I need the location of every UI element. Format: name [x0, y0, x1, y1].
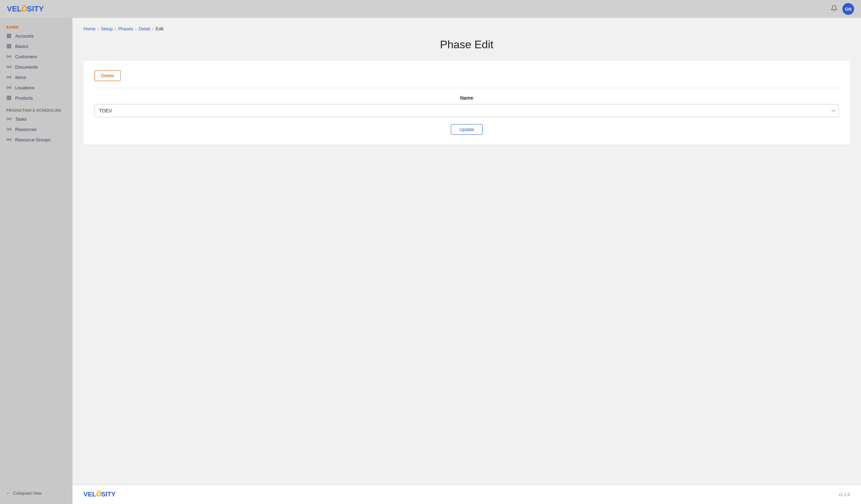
breadcrumb-sep-3: › — [135, 27, 137, 31]
documents-label: Documents — [15, 64, 38, 70]
name-input-wrapper: ⇔ — [95, 104, 839, 117]
products-icon — [6, 95, 12, 101]
admin-section-label: ADMIN — [0, 22, 72, 31]
sidebar-item-documents[interactable]: Documents — [0, 62, 72, 72]
form-card: Delete Name ⇔ Update — [83, 61, 850, 144]
form-divider — [95, 88, 839, 88]
svg-rect-8 — [9, 44, 11, 46]
footer: VEL O SITY v1.1.0 — [72, 485, 861, 504]
locations-label: Locations — [15, 85, 34, 90]
svg-rect-15 — [7, 96, 9, 98]
svg-rect-3 — [7, 34, 9, 36]
svg-point-14 — [8, 87, 10, 88]
svg-point-20 — [8, 129, 10, 130]
name-input[interactable] — [95, 104, 839, 117]
resource-groups-icon — [6, 137, 12, 142]
svg-point-13 — [8, 77, 10, 78]
prod-section-label: PRODUCTION & SCHEDULING — [0, 103, 72, 114]
basics-label: Basics — [15, 44, 28, 49]
svg-rect-7 — [7, 44, 9, 46]
main-layout: ADMIN Accounts Basics Customers — [0, 18, 861, 504]
breadcrumb-sep-4: › — [152, 27, 154, 31]
footer-logo-svg: VEL O SITY — [83, 490, 118, 498]
breadcrumb: Home › Setup › Phases › Detail › Edit — [83, 26, 850, 31]
sidebar-item-basics[interactable]: Basics — [0, 41, 72, 51]
svg-text:SITY: SITY — [27, 4, 44, 13]
breadcrumb-sep-1: › — [98, 27, 99, 31]
sidebar-item-tasks[interactable]: Tasks — [0, 114, 72, 124]
svg-rect-9 — [7, 47, 9, 48]
svg-point-21 — [8, 139, 10, 140]
name-field-label: Name — [95, 95, 839, 101]
svg-rect-18 — [9, 98, 11, 100]
input-resize-icon: ⇔ — [831, 108, 835, 113]
svg-rect-4 — [9, 34, 11, 36]
sidebar-item-locations[interactable]: Locations — [0, 82, 72, 93]
accounts-icon — [6, 33, 12, 39]
app-logo[interactable]: VEL O SITY — [7, 4, 45, 14]
svg-point-19 — [8, 118, 10, 120]
tasks-label: Tasks — [15, 117, 27, 122]
accounts-label: Accounts — [15, 33, 33, 39]
sidebar-item-resource-groups[interactable]: Resource Groups — [0, 134, 72, 145]
footer-version: v1.1.0 — [839, 492, 850, 497]
breadcrumb-home[interactable]: Home — [83, 26, 96, 31]
footer-logo: VEL O SITY — [83, 490, 118, 500]
resources-label: Resources — [15, 127, 37, 132]
sidebar-item-products[interactable]: Products — [0, 93, 72, 103]
items-icon — [6, 74, 12, 80]
resource-groups-label: Resource Groups — [15, 137, 50, 142]
update-button-wrapper: Update — [95, 124, 839, 135]
delete-button[interactable]: Delete — [95, 70, 121, 81]
svg-text:VEL: VEL — [83, 491, 96, 498]
resources-icon — [6, 127, 12, 132]
svg-text:O: O — [96, 491, 101, 498]
breadcrumb-setup[interactable]: Setup — [101, 26, 113, 31]
sidebar: ADMIN Accounts Basics Customers — [0, 18, 72, 504]
update-button[interactable]: Update — [451, 124, 483, 135]
products-label: Products — [15, 95, 33, 101]
items-label: Items — [15, 75, 26, 80]
customers-label: Customers — [15, 54, 37, 59]
svg-rect-5 — [7, 36, 9, 38]
page-title: Phase Edit — [83, 38, 850, 51]
nav-right: GN — [831, 3, 854, 15]
logo-svg: VEL O SITY — [7, 4, 45, 14]
documents-icon — [6, 64, 12, 70]
notifications-icon[interactable] — [831, 5, 838, 13]
svg-text:SITY: SITY — [101, 491, 116, 498]
breadcrumb-sep-2: › — [115, 27, 116, 31]
basics-icon — [6, 43, 12, 49]
svg-rect-16 — [9, 96, 11, 98]
breadcrumb-edit: Edit — [156, 26, 163, 31]
breadcrumb-detail[interactable]: Detail — [139, 26, 150, 31]
sidebar-item-customers[interactable]: Customers — [0, 51, 72, 62]
svg-text:VEL: VEL — [7, 4, 22, 13]
svg-rect-6 — [9, 36, 11, 38]
svg-point-11 — [8, 56, 10, 57]
customers-icon — [6, 54, 12, 59]
sidebar-item-accounts[interactable]: Accounts — [0, 31, 72, 41]
user-avatar[interactable]: GN — [842, 3, 854, 15]
svg-rect-17 — [7, 98, 9, 100]
sidebar-item-items[interactable]: Items — [0, 72, 72, 82]
collapsed-view-button[interactable]: ← Collapsed View — [0, 487, 72, 500]
breadcrumb-phases[interactable]: Phases — [118, 26, 133, 31]
top-navbar: VEL O SITY GN — [0, 0, 861, 18]
collapsed-view-label: Collapsed View — [13, 491, 42, 496]
sidebar-item-resources[interactable]: Resources — [0, 124, 72, 134]
locations-icon — [6, 85, 12, 90]
tasks-icon — [6, 116, 12, 122]
collapse-arrow-icon: ← — [6, 491, 10, 496]
content-area: Home › Setup › Phases › Detail › Edit Ph… — [72, 18, 861, 504]
svg-point-12 — [8, 66, 10, 68]
svg-rect-10 — [9, 47, 11, 48]
